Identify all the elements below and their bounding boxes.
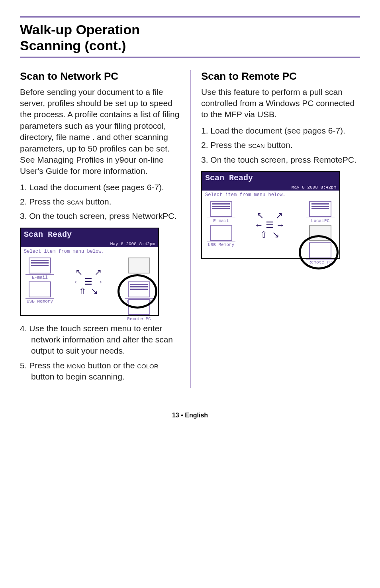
option-email-r[interactable]: E-mail — [207, 201, 235, 223]
top-rule — [20, 16, 360, 18]
footer-bullet: • — [181, 412, 183, 419]
email-icon — [29, 258, 51, 273]
page-number: 13 — [172, 412, 179, 419]
usb-icon — [29, 281, 51, 297]
screen-hint: Select item from menu below. — [21, 247, 158, 255]
screen-title-r: Scan Ready — [202, 172, 339, 184]
step-touch-networkpc: 3. On the touch screen, press NetworkPC. — [20, 210, 180, 222]
page-footer: 13 • English — [20, 412, 360, 419]
intro-remote: Use this feature to perform a pull scan … — [201, 87, 360, 120]
screen-date-r: May 8 2008 8:42pm — [202, 184, 339, 191]
usb-icon-r — [210, 225, 232, 241]
step-press-mono-color: 5. Press the MONO button or the COLOR bu… — [20, 360, 180, 383]
heading-scan-remote: Scan to Remote PC — [201, 70, 360, 83]
mid-rule — [20, 57, 360, 58]
step-touch-remotepc: 3. On the touch screen, press RemotePC. — [201, 154, 360, 165]
arrow-icons: ↖ ↗ ← ☰ → ⇧ ↘ — [59, 267, 118, 297]
page-subtitle: Scanning (cont.) — [20, 38, 360, 53]
page-title: Walk-up Operation — [20, 22, 360, 38]
option-usb[interactable]: USB Memory — [25, 281, 54, 304]
usb-label: USB Memory — [25, 298, 54, 304]
local-label-r: LocalPC — [306, 218, 335, 223]
step-load-doc: 1. Load the document (see pages 6-7). — [20, 182, 180, 193]
email-label: E-mail — [25, 274, 54, 280]
step-use-menu: 4. Use the touch screen menu to enter ne… — [20, 323, 180, 357]
highlight-circle-network — [118, 274, 157, 309]
option-usb-r[interactable]: USB Memory — [207, 225, 235, 247]
arrow-icons-r: ↖ ↗ ← ☰ → ⇧ ↘ — [240, 210, 300, 240]
touchscreen-network: Scan Ready May 8 2008 8:42pm Select item… — [20, 228, 159, 316]
highlight-circle-remote — [299, 235, 339, 269]
screen-title: Scan Ready — [21, 228, 158, 241]
step-press-scan-r: 2. Press the SCAN button. — [201, 140, 360, 151]
option-localpc-r[interactable]: LocalPC — [306, 201, 335, 223]
remote-label: Remote PC — [125, 316, 153, 321]
column-right: Scan to Remote PC Use this feature to pe… — [190, 70, 360, 388]
local-icon-r — [309, 201, 331, 217]
touchscreen-remote: Scan Ready May 8 2008 8:42pm Select item… — [201, 171, 340, 259]
screen-hint-r: Select item from menu below. — [202, 191, 339, 199]
step-press-scan: 2. Press the SCAN button. — [20, 196, 180, 207]
email-icon-r — [210, 201, 232, 217]
usb-label-r: USB Memory — [207, 242, 235, 247]
footer-lang: English — [185, 412, 208, 419]
screen-date: May 8 2008 8:42pm — [21, 241, 158, 247]
heading-scan-network: Scan to Network PC — [20, 70, 180, 83]
step-load-doc-r: 1. Load the document (see pages 6-7). — [201, 125, 360, 136]
option-email[interactable]: E-mail — [25, 258, 54, 280]
intro-network: Before sending your document to a file s… — [20, 87, 180, 177]
email-label-r: E-mail — [207, 218, 235, 223]
column-left: Scan to Network PC Before sending your d… — [20, 70, 190, 388]
